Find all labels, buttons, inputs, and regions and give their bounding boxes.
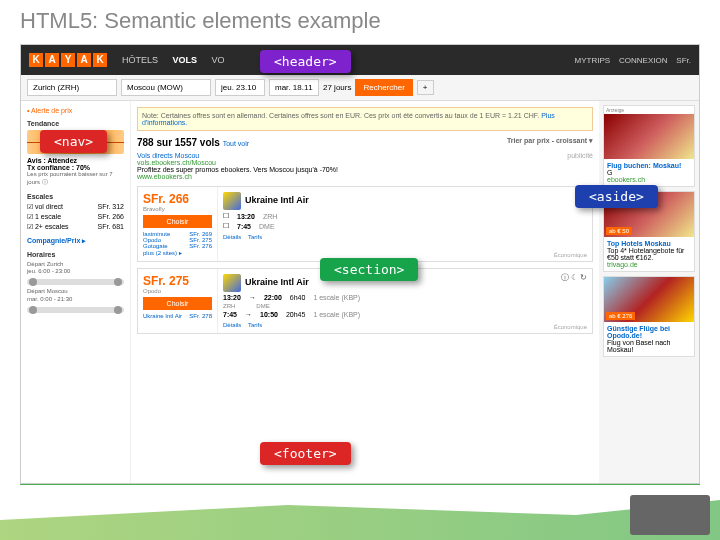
trend-heading: Tendance xyxy=(27,120,124,127)
result-count: 788 sur 1557 vols Tout voir Trier par pr… xyxy=(137,137,593,148)
add-button[interactable]: + xyxy=(417,80,434,95)
view-all[interactable]: Tout voir xyxy=(223,140,249,147)
dep-moscow-h: mar. 0:00 - 21:30 xyxy=(27,296,124,304)
date-return[interactable] xyxy=(269,79,319,96)
price-col: SFr. 275 Opodo Choisir Ukraine Intl AirS… xyxy=(138,269,218,333)
slider-moscow[interactable] xyxy=(27,307,124,313)
ad-title: Flug buchen: Moskau! xyxy=(607,162,681,169)
provider: Opodo xyxy=(143,288,212,294)
to-input[interactable] xyxy=(121,79,211,96)
alt-price[interactable]: Ukraine Intl AirSFr. 278 xyxy=(143,313,212,319)
airline-name: Ukraine Intl Air xyxy=(245,277,309,287)
promo-site: www.ebookers.ch xyxy=(137,173,593,180)
nav-connexion[interactable]: CONNEXION xyxy=(619,56,667,65)
flight-row: 7:45 → 10:50 20h45 1 escale (KBP) xyxy=(223,311,587,318)
price-col: SFr. 266 Bravofly Choisir lastminuteSFr.… xyxy=(138,187,218,261)
logo-char: A xyxy=(77,53,91,67)
confidence-note: Les prix pourraient baisser sur 7 jours … xyxy=(27,171,124,187)
flight-body: ! Ukraine Intl Air ☐ 13:20 ZRH ☐ 7:45 DM… xyxy=(218,187,592,261)
logo[interactable]: KAYAK xyxy=(29,53,107,67)
advice: Avis : Attendez xyxy=(27,157,124,164)
flight-row: ZRH DME xyxy=(223,303,587,309)
more-sites[interactable]: plus (2 sites) ▸ xyxy=(143,249,212,256)
ad-title: Günstige Flüge bei Opodo.de! xyxy=(607,325,670,339)
ad-image: ab € 276 xyxy=(604,277,694,322)
top-nav: HÔTELS VOLS VO xyxy=(122,55,237,65)
aside-ads: Anzeige Flug buchen: Moskau!Gebookers.ch… xyxy=(599,101,699,484)
hours-heading: Horaires xyxy=(27,251,124,258)
airline-logo xyxy=(223,192,241,210)
confidence: Tx confiance : 70% xyxy=(27,164,124,171)
stops-heading: Escales xyxy=(27,193,124,200)
flight-row: 13:20 → 22:00 6h40 1 escale (KBP) xyxy=(223,294,587,301)
price-alert[interactable]: • Alerte de prix xyxy=(27,107,124,114)
ad-badge: ab € 276 xyxy=(606,312,635,320)
promo-url: vols.ebookers.ch/Moscou xyxy=(137,159,593,166)
ad-image xyxy=(604,114,694,159)
sort-dropdown[interactable]: Trier par prix - croissant ▾ xyxy=(507,137,593,145)
details-links[interactable]: Détails Tarifs xyxy=(223,322,587,328)
days-label: 27 jours xyxy=(323,83,351,92)
filter-2stop[interactable]: ☑ 2+ escalesSFr. 681 xyxy=(27,223,124,231)
promo-text: Profitez des super promos ebookers. Vers… xyxy=(137,166,593,173)
promo-title: Vols directs Moscou xyxy=(137,152,593,159)
details-links[interactable]: Détails Tarifs xyxy=(223,234,587,240)
nav-hotels[interactable]: HÔTELS xyxy=(122,55,158,65)
label-nav: <nav> xyxy=(40,130,107,153)
sponsored-promo[interactable]: publicité Vols directs Moscou vols.ebook… xyxy=(137,152,593,180)
decoration xyxy=(0,490,720,540)
ad-sub: Flug von Basel nach Moskau! xyxy=(607,339,691,353)
search-bar: 27 jours Rechercher + xyxy=(21,75,699,101)
label-section: <section> xyxy=(320,258,418,281)
logo-char: Y xyxy=(61,53,75,67)
slide-title: HTML5: Semantic elements example xyxy=(0,0,720,44)
date-depart[interactable] xyxy=(215,79,265,96)
flight-row: ☐ 13:20 ZRH xyxy=(223,212,587,220)
search-button[interactable]: Rechercher xyxy=(355,79,412,96)
airline-name: Ukraine Intl Air xyxy=(245,195,309,205)
filter-1stop[interactable]: ☑ 1 escaleSFr. 266 xyxy=(27,213,124,221)
logo-char: K xyxy=(29,53,43,67)
airline-logo xyxy=(223,274,241,292)
choose-button[interactable]: Choisir xyxy=(143,215,212,228)
ad-link: ebookers.ch xyxy=(607,176,691,183)
pub-label: publicité xyxy=(567,152,593,159)
card-icons: ⓘ ☾ ↻ xyxy=(561,272,587,283)
from-input[interactable] xyxy=(27,79,117,96)
ad-sub: Top 4* Hotelangebote für €50 statt €162. xyxy=(607,247,691,261)
laptop-image xyxy=(630,495,710,535)
dep-zurich: Départ Zurich xyxy=(27,261,124,269)
dep-zurich-h: jeu. 6:00 - 23:00 xyxy=(27,268,124,276)
top-right: MYTRIPS CONNEXION SFr. xyxy=(575,56,691,65)
price: SFr. 266 xyxy=(143,192,212,206)
ad-title: Top Hotels Moskau xyxy=(607,240,671,247)
ad-sub: G xyxy=(607,169,691,176)
divider xyxy=(20,484,700,485)
nav-currency[interactable]: SFr. xyxy=(676,56,691,65)
filter-direct[interactable]: ☑ vol directSFr. 312 xyxy=(27,203,124,211)
ad-link: trivago.de xyxy=(607,261,691,268)
currency-note: Note: Certaines offres sont en allemand.… xyxy=(137,107,593,131)
dep-moscow: Départ Moscou xyxy=(27,288,124,296)
nav-vo[interactable]: VO xyxy=(212,55,225,65)
ad-badge: ab € 50 xyxy=(606,227,632,235)
class-label: Économique xyxy=(554,324,587,330)
flight-row: ☐ 7:45 DME xyxy=(223,222,587,230)
ad-label: Anzeige xyxy=(604,106,694,114)
price: SFr. 275 xyxy=(143,274,212,288)
provider: Bravofly xyxy=(143,206,212,212)
nav-vols[interactable]: VOLS xyxy=(173,55,198,65)
flight-card: SFr. 266 Bravofly Choisir lastminuteSFr.… xyxy=(137,186,593,262)
choose-button[interactable]: Choisir xyxy=(143,297,212,310)
sidebar-nav: • Alerte de prix Tendance Avis : Attende… xyxy=(21,101,131,484)
header: KAYAK HÔTELS VOLS VO MYTRIPS CONNEXION S… xyxy=(21,45,699,75)
logo-char: K xyxy=(93,53,107,67)
label-header: <header> xyxy=(260,50,351,73)
ad-card[interactable]: Anzeige Flug buchen: Moskau!Gebookers.ch xyxy=(603,105,695,187)
nav-mytrips[interactable]: MYTRIPS xyxy=(575,56,611,65)
ad-card[interactable]: ab € 276 Günstige Flüge bei Opodo.de!Flu… xyxy=(603,276,695,357)
airline-heading[interactable]: Compagnie/Prix ▸ xyxy=(27,237,124,245)
logo-char: A xyxy=(45,53,59,67)
main-section: Note: Certaines offres sont en allemand.… xyxy=(131,101,599,484)
slider-zurich[interactable] xyxy=(27,279,124,285)
